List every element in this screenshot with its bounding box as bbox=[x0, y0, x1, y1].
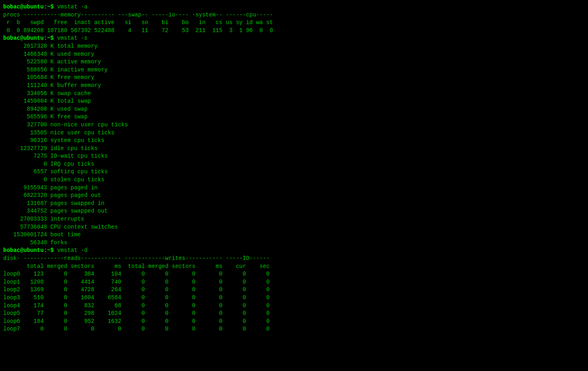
output-line: 334056 K swap cache bbox=[3, 90, 91, 97]
output-line: 6822320 pages paged out bbox=[3, 192, 101, 199]
output-line: 0 IRQ cpu ticks bbox=[3, 161, 94, 167]
output-line: total merged sectors ms total merged sec… bbox=[3, 263, 270, 270]
command-text: vmstat -d bbox=[57, 247, 87, 253]
output-line: 96316 system cpu ticks bbox=[3, 137, 104, 144]
prompt-text: bobac@ubuntu:~$ bbox=[3, 4, 57, 10]
output-line: 344752 pages swapped out bbox=[3, 208, 108, 214]
output-line: 6557 softirq cpu ticks bbox=[3, 168, 108, 175]
output-line: 131687 pages swapped in bbox=[3, 200, 104, 207]
output-line: 327700 non-nice user cpu ticks bbox=[3, 122, 128, 128]
output-line: 13505 nice user cpu ticks bbox=[3, 130, 114, 136]
output-line: 57736048 CPU context switches bbox=[3, 224, 118, 230]
output-line: loop1 1208 0 4414 740 0 0 0 0 0 0 bbox=[3, 279, 270, 285]
output-line: 1466348 K used memory bbox=[3, 51, 94, 57]
output-line: disk- ------------reads------------ ----… bbox=[3, 255, 270, 262]
output-line: loop5 77 0 298 1024 0 0 0 0 0 0 bbox=[3, 310, 270, 316]
output-line: 1459804 K total swap bbox=[3, 98, 91, 104]
output-line: loop7 0 0 0 0 0 0 0 0 0 0 bbox=[3, 326, 270, 332]
prompt-text: bobac@ubuntu:~$ bbox=[3, 35, 57, 41]
output-line: 7275 IO-wait cpu ticks bbox=[3, 153, 108, 159]
output-line: 565596 K free swap bbox=[3, 114, 87, 120]
output-line: 1530001724 boot time bbox=[3, 231, 81, 238]
output-line: 105684 K free memory bbox=[3, 74, 94, 81]
command-text: vmstat -a bbox=[57, 4, 87, 10]
output-line: 568656 K inactive memory bbox=[3, 67, 108, 73]
command-text: vmstat -s bbox=[57, 35, 87, 41]
output-line: loop6 184 0 952 1632 0 0 0 0 0 0 bbox=[3, 318, 270, 324]
terminal-output: bobac@ubuntu:~$ vmstat -a procs --------… bbox=[3, 3, 585, 333]
output-line: loop4 174 0 832 68 0 0 0 0 0 0 bbox=[3, 302, 270, 309]
output-line: 12327729 idle cpu ticks bbox=[3, 145, 98, 152]
output-line: 522580 K active memory bbox=[3, 59, 101, 65]
output-line: loop0 123 0 384 104 0 0 0 0 0 0 bbox=[3, 271, 270, 277]
output-line: 894208 K used swap bbox=[3, 106, 87, 112]
output-line: 2017328 K total memory bbox=[3, 43, 98, 49]
output-line: 9155943 pages paged in bbox=[3, 184, 98, 191]
output-line: 0 stolen cpu ticks bbox=[3, 176, 104, 183]
output-line: r b swpd free inact active si so bi bo i… bbox=[3, 19, 273, 26]
output-line: 111240 K buffer memory bbox=[3, 82, 101, 89]
output-line: loop3 510 0 1604 6584 0 0 0 0 0 0 bbox=[3, 294, 270, 301]
output-line: 0 0 894208 107180 567392 522488 4 11 72 … bbox=[3, 27, 273, 34]
prompt-text: bobac@ubuntu:~$ bbox=[3, 247, 57, 253]
output-line: loop2 1369 0 4728 264 0 0 0 0 0 0 bbox=[3, 286, 270, 293]
output-line: procs -----------memory---------- ---swa… bbox=[3, 12, 273, 18]
output-line: 56348 forks bbox=[3, 239, 67, 246]
output-line: 27003333 interrupts bbox=[3, 216, 84, 222]
